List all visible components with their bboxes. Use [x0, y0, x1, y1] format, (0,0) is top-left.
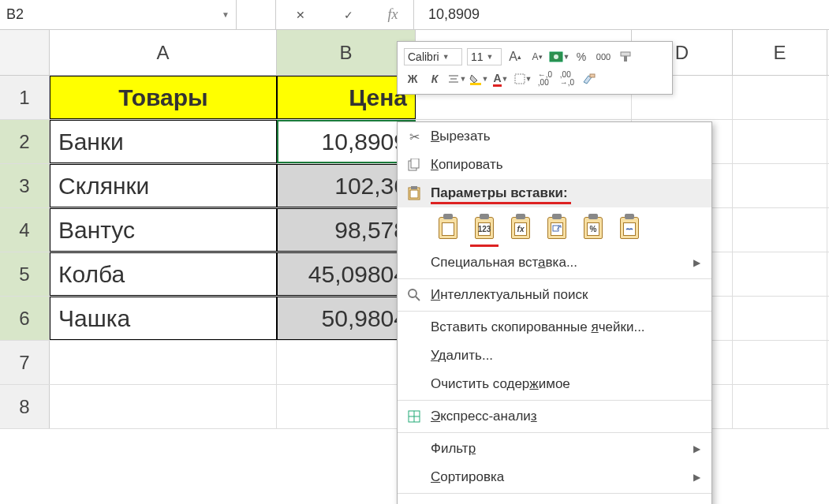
cell-A7[interactable]: [50, 341, 277, 384]
ctx-filter-label: Фильтр: [431, 441, 476, 457]
font-size-selector[interactable]: 11▼: [467, 48, 502, 65]
svg-rect-3: [624, 56, 627, 62]
ctx-cut[interactable]: ✂ Вырезать: [398, 122, 711, 151]
cell-A3[interactable]: Склянки: [50, 164, 277, 207]
cell-E5[interactable]: [733, 252, 827, 296]
row-header-6[interactable]: 6: [0, 297, 50, 340]
format-painter-icon[interactable]: [581, 70, 598, 88]
cell-B7[interactable]: [277, 341, 416, 384]
format-painter-icon[interactable]: [617, 48, 634, 65]
ctx-clear-contents[interactable]: Очистить содержимое: [398, 370, 711, 398]
fill-color-icon[interactable]: ▼: [470, 70, 487, 88]
cell-B2[interactable]: 10,8909: [277, 120, 416, 163]
col-header-A[interactable]: A: [50, 30, 277, 75]
comma-format-icon[interactable]: 000: [595, 48, 612, 65]
ctx-insert-comment[interactable]: Вставить примечание: [398, 495, 711, 504]
cell-B4[interactable]: 98,578: [277, 208, 416, 252]
cell-E6[interactable]: [733, 297, 827, 340]
border-icon[interactable]: ▼: [514, 70, 532, 88]
ctx-delete[interactable]: Удалить...: [398, 342, 711, 370]
font-color-icon[interactable]: A▼: [492, 70, 510, 88]
paste-link-icon[interactable]: [543, 214, 571, 242]
copy-icon: [398, 159, 431, 171]
cell-reference: B2: [6, 6, 24, 23]
confirm-icon[interactable]: ✓: [340, 6, 357, 24]
row-header-4[interactable]: 4: [0, 208, 50, 252]
cell-E3[interactable]: [733, 164, 827, 207]
align-center-icon[interactable]: ▼: [448, 70, 465, 88]
ctx-quick-analysis[interactable]: Экспресс-анализ: [398, 402, 711, 431]
paste-options-row: 123 fx %: [398, 207, 711, 248]
paste-default-icon[interactable]: [434, 214, 462, 242]
cell-E8[interactable]: [733, 385, 827, 428]
cell-A1[interactable]: Товары: [50, 76, 277, 119]
row-header-2[interactable]: 2: [0, 120, 50, 163]
cell-E1[interactable]: [733, 76, 827, 119]
ctx-paste-special[interactable]: Специальная вставка... ▶: [398, 248, 711, 277]
percent-format-icon[interactable]: %: [573, 48, 590, 65]
ctx-sort-label: Сортировка: [431, 469, 504, 485]
cell-E4[interactable]: [733, 208, 827, 252]
ctx-insert-cells-label: Вставить скопированные ячейки...: [431, 319, 645, 335]
chevron-down-icon[interactable]: ▼: [222, 10, 230, 19]
cell-B3[interactable]: 102,36: [277, 164, 416, 207]
paste-values-icon[interactable]: 123: [470, 214, 499, 242]
decrease-decimal-icon[interactable]: ,00→,0: [558, 70, 576, 88]
ctx-cut-label: Вырезать: [431, 129, 491, 144]
ctx-insert-copied-cells[interactable]: Вставить скопированные ячейки...: [398, 313, 711, 342]
cell-B8[interactable]: [277, 385, 416, 428]
row-header-1[interactable]: 1: [0, 76, 50, 119]
increase-font-icon[interactable]: A▴: [506, 48, 524, 65]
formula-bar: B2 ▼ ✕ ✓ fx 10,8909: [0, 0, 829, 30]
cell-A2[interactable]: Банки: [50, 120, 277, 163]
font-size-value: 11: [471, 50, 484, 63]
ctx-sort[interactable]: Сортировка ▶: [398, 463, 711, 491]
fx-icon[interactable]: fx: [388, 6, 398, 23]
cancel-icon[interactable]: ✕: [292, 6, 309, 24]
svg-rect-9: [590, 74, 595, 77]
row-header-7[interactable]: 7: [0, 341, 50, 384]
italic-button[interactable]: К: [426, 70, 443, 88]
ctx-copy[interactable]: Копировать: [398, 151, 711, 179]
col-header-E[interactable]: E: [733, 30, 827, 75]
cell-A4[interactable]: Вантус: [50, 208, 277, 252]
separator: [398, 432, 711, 433]
ctx-smart-lookup[interactable]: Интеллектуальный поиск: [398, 281, 711, 309]
decrease-font-icon[interactable]: A▾: [528, 48, 546, 65]
ctx-copy-label: Копировать: [431, 157, 503, 173]
row-header-3[interactable]: 3: [0, 164, 50, 207]
svg-point-1: [554, 54, 558, 59]
font-family-value: Calibri: [408, 50, 439, 63]
ctx-filter[interactable]: Фильтр ▶: [398, 435, 711, 463]
paste-formulas-icon[interactable]: fx: [506, 214, 535, 242]
paste-hyperlink-icon[interactable]: [615, 214, 644, 242]
paste-formatting-icon[interactable]: %: [579, 214, 607, 242]
svg-point-16: [409, 289, 416, 297]
formula-controls: ✕ ✓ fx: [276, 0, 414, 29]
name-box[interactable]: B2 ▼: [0, 0, 237, 29]
cell-A8[interactable]: [50, 385, 277, 428]
col-header-B[interactable]: B: [277, 30, 416, 75]
cell-E2[interactable]: [733, 120, 827, 163]
row-header-8[interactable]: 8: [0, 385, 50, 428]
spacer: [237, 0, 276, 29]
cell-E7[interactable]: [733, 341, 827, 384]
row-header-5[interactable]: 5: [0, 252, 50, 296]
bold-button[interactable]: Ж: [404, 70, 421, 88]
separator: [398, 493, 711, 494]
ctx-delete-label: Удалить...: [431, 348, 493, 364]
separator: [398, 400, 711, 401]
chevron-down-icon: ▼: [443, 53, 450, 61]
cell-B5[interactable]: 45,09804: [277, 252, 416, 296]
accounting-format-icon[interactable]: ▼: [551, 48, 568, 65]
cell-A5[interactable]: Колба: [50, 252, 277, 296]
cell-A6[interactable]: Чашка: [50, 297, 277, 340]
formula-value[interactable]: 10,8909: [414, 6, 480, 23]
cell-B6[interactable]: 50,9804: [277, 297, 416, 340]
font-family-selector[interactable]: Calibri▼: [404, 48, 462, 65]
select-all-corner[interactable]: [0, 30, 50, 75]
svg-rect-14: [410, 190, 418, 198]
cell-B1[interactable]: Цена: [277, 76, 416, 119]
increase-decimal-icon[interactable]: ←,0,00: [536, 70, 554, 88]
submenu-arrow-icon: ▶: [693, 443, 700, 454]
